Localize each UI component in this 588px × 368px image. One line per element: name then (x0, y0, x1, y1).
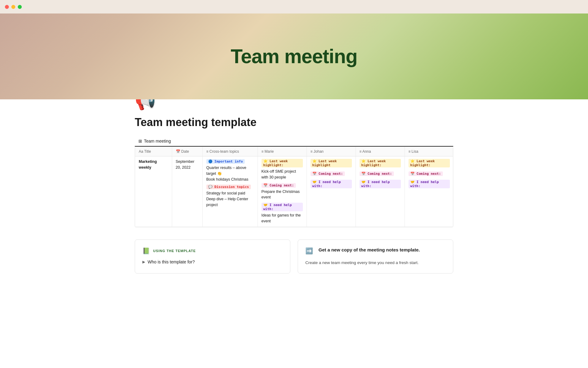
card-right-title: Get a new copy of the meeting notes temp… (318, 247, 420, 252)
cell-marie: ⭐ Last week highlight: Kick-off SME proj… (258, 156, 307, 227)
card-left-label: USING THE TEMPLATE (153, 249, 196, 253)
anna-lastweek-tag: ⭐ Last week highlight: (360, 159, 401, 167)
tab-team-meeting[interactable]: ⊞ Team meeting (135, 136, 175, 146)
cell-cross-team: 🔵 Important info Quarter results – above… (202, 156, 258, 227)
table-icon: ⊞ (138, 139, 142, 144)
hero-banner: Team meeting (0, 13, 588, 99)
data-table: Aa Title 📅 Date ≡ Cross-team topics ≡ Ma… (135, 147, 453, 227)
col-lisa: ≡ Lisa (405, 147, 453, 156)
col-date: 📅 Date (172, 147, 202, 156)
arrow-right-icon: ➡️ (305, 247, 313, 255)
card-right-desc: Create a new team meeting every time you… (305, 260, 446, 266)
marie-lastweek-tag: ⭐ Last week highlight: (262, 159, 303, 167)
marie-help-text: Ideas for games for the event (262, 213, 303, 224)
col-marie-icon: ≡ (262, 149, 265, 154)
johan-lastweek-tag: ⭐ Last week highlight (311, 159, 352, 167)
discussion-text: Strategy for social paidDeep dive – Help… (206, 190, 254, 208)
col-anna: ≡ Anna (356, 147, 405, 156)
col-marie: ≡ Marie (258, 147, 307, 156)
col-title: Aa Title (135, 147, 172, 156)
cell-anna: ⭐ Last week highlight: 📅 Coming next: 🤝 … (356, 156, 405, 227)
important-text: Quarter results – above target 👏Book hol… (206, 165, 254, 182)
card-right-header: ➡️ Get a new copy of the meeting notes t… (305, 247, 446, 255)
johan-coming-tag: 📅 Coming next: (311, 171, 345, 176)
tab-bar: ⊞ Team meeting (135, 136, 453, 147)
lisa-help-tag: 🤝 I need help with: (409, 180, 450, 188)
hero-title: Team meeting (231, 45, 357, 68)
col-johan-icon: ≡ (311, 149, 314, 154)
anna-coming-tag: 📅 Coming next: (360, 171, 394, 176)
cards-section: 📗 USING THE TEMPLATE ▶ Who is this templ… (135, 240, 453, 286)
marie-coming-text: Prepare the Christmas event (262, 189, 303, 201)
titlebar (0, 0, 588, 13)
cell-title: Marketing weekly (135, 156, 172, 227)
col-anna-icon: ≡ (360, 149, 363, 154)
marie-help-tag: 🤝 I need help with: (262, 203, 303, 211)
card-left-header: 📗 USING THE TEMPLATE (142, 247, 283, 255)
cell-date: September 20, 2022 (172, 156, 202, 227)
col-cross-team: ≡ Cross-team topics (202, 147, 258, 156)
col-title-icon: Aa (139, 149, 144, 154)
accordion-who-is-template[interactable]: ▶ Who is this template for? (142, 259, 283, 264)
book-icon: 📗 (142, 247, 150, 255)
col-lisa-icon: ≡ (409, 149, 412, 154)
table-row: Marketing weekly September 20, 2022 🔵 Im… (135, 156, 453, 227)
col-johan: ≡ Johan (307, 147, 356, 156)
cell-johan: ⭐ Last week highlight 📅 Coming next: 🤝 I… (307, 156, 356, 227)
close-button[interactable] (5, 5, 9, 9)
page-content: 📢 Team meeting template ⊞ Team meeting A… (110, 91, 478, 286)
cell-lisa: ⭐ Last week highlight: 📅 Coming next: 🤝 … (405, 156, 453, 227)
card-get-copy: ➡️ Get a new copy of the meeting notes t… (298, 240, 453, 274)
discussion-tag: 💬 Discussion topics (206, 185, 251, 189)
page-title: Team meeting template (135, 116, 453, 129)
minimize-button[interactable] (11, 5, 15, 9)
important-tag: 🔵 Important info (206, 159, 245, 164)
marie-lastweek-text: Kick-off SME project with 30 people (262, 169, 303, 180)
anna-help-tag: 🤝 I need help with: (360, 180, 401, 188)
lisa-lastweek-tag: ⭐ Last week highlight: (409, 159, 450, 167)
table-header-row: Aa Title 📅 Date ≡ Cross-team topics ≡ Ma… (135, 147, 453, 156)
col-cross-icon: ≡ (206, 149, 209, 154)
maximize-button[interactable] (18, 5, 22, 9)
accordion-label: Who is this template for? (148, 259, 195, 264)
col-date-icon: 📅 (176, 149, 181, 154)
johan-help-tag: 🤝 I need help with: (311, 180, 352, 188)
marie-coming-tag: 📅 Coming next: (262, 183, 296, 188)
tab-label: Team meeting (144, 139, 171, 144)
chevron-right-icon: ▶ (142, 260, 145, 264)
lisa-coming-tag: 📅 Coming next: (409, 171, 443, 176)
card-using-template: 📗 USING THE TEMPLATE ▶ Who is this templ… (135, 240, 290, 274)
